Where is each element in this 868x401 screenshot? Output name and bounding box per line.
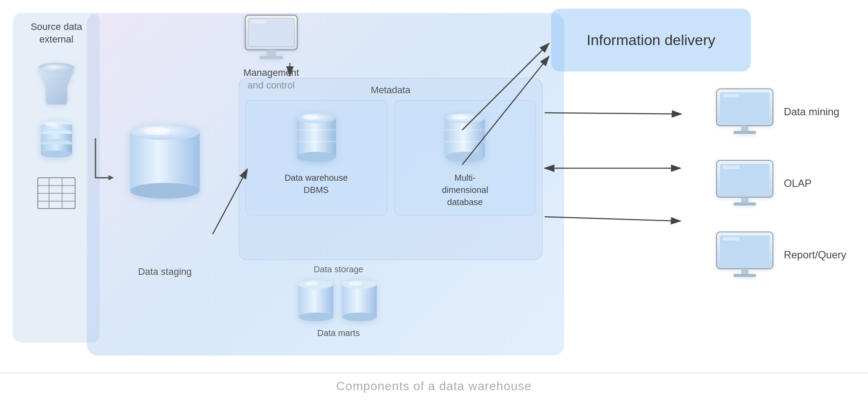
svg-line-74 <box>545 113 681 114</box>
svg-rect-22 <box>260 56 283 59</box>
svg-rect-35 <box>446 141 485 142</box>
mining-monitor-icon <box>714 87 775 137</box>
source-data-label: Source data external <box>17 21 95 46</box>
svg-rect-31 <box>446 118 485 157</box>
svg-rect-27 <box>297 130 336 130</box>
svg-rect-54 <box>741 126 748 131</box>
output-item-mining: Data mining <box>714 87 846 137</box>
metadata-inner: Data warehouse DBMS <box>245 100 536 215</box>
svg-rect-34 <box>446 130 485 130</box>
svg-point-37 <box>451 114 467 120</box>
svg-rect-66 <box>741 269 748 274</box>
svg-point-30 <box>302 114 318 120</box>
svg-marker-38 <box>108 175 114 180</box>
svg-point-32 <box>446 152 485 162</box>
info-delivery-label: Information delivery <box>587 32 716 49</box>
data-marts-label: Data marts <box>317 328 360 338</box>
olap-label: OLAP <box>784 177 812 189</box>
svg-point-10 <box>41 150 72 157</box>
svg-rect-21 <box>267 50 276 56</box>
svg-rect-61 <box>733 202 756 205</box>
multidim-label: Multi- dimensional database <box>442 172 488 208</box>
svg-point-48 <box>342 313 377 321</box>
svg-point-25 <box>297 152 336 162</box>
svg-rect-60 <box>741 197 748 202</box>
svg-rect-23 <box>251 20 266 23</box>
warehouse-label: Data warehouse DBMS <box>285 172 348 196</box>
staging-area: Data staging <box>108 95 221 277</box>
metadata-label: Metadata <box>245 85 536 96</box>
svg-rect-39 <box>130 132 200 191</box>
svg-point-1 <box>38 63 75 73</box>
svg-rect-28 <box>297 141 336 142</box>
multidim-cell: Multi- dimensional database <box>394 100 536 215</box>
table-grid-icon <box>37 177 76 211</box>
data-warehouse-cell: Data warehouse DBMS <box>245 100 387 215</box>
report-label: Report/Query <box>784 249 846 261</box>
svg-line-76 <box>545 217 681 221</box>
output-section: Data mining OLAP <box>714 87 846 280</box>
svg-point-50 <box>349 281 362 286</box>
metadata-box: Metadata <box>239 78 542 260</box>
source-db-small <box>35 121 78 164</box>
svg-rect-62 <box>723 166 740 169</box>
svg-rect-67 <box>733 274 756 277</box>
mining-label: Data mining <box>784 106 839 118</box>
olap-monitor-icon <box>714 158 775 208</box>
svg-rect-24 <box>297 118 336 157</box>
svg-rect-47 <box>342 284 377 317</box>
report-monitor-icon <box>714 230 775 280</box>
source-to-staging-arrow <box>87 130 122 195</box>
svg-rect-55 <box>733 131 756 134</box>
data-storage-section: Data storage Data marts <box>295 264 382 338</box>
svg-point-44 <box>299 313 333 321</box>
bottom-label: Components of a data warehouse <box>0 373 868 393</box>
svg-rect-56 <box>723 94 740 98</box>
output-item-olap: OLAP <box>714 158 846 208</box>
svg-point-11 <box>45 123 57 126</box>
management-monitor-icon <box>243 13 299 61</box>
svg-rect-43 <box>299 284 333 317</box>
staging-label: Data staging <box>108 266 221 277</box>
svg-point-46 <box>305 281 318 286</box>
svg-point-40 <box>130 183 200 199</box>
info-delivery-box: Information delivery <box>551 9 751 72</box>
output-item-report: Report/Query <box>714 230 846 280</box>
svg-rect-68 <box>723 237 740 241</box>
main-container: Source data external <box>0 0 868 401</box>
funnel-icon <box>37 63 76 108</box>
svg-point-42 <box>143 127 169 135</box>
data-storage-label: Data storage <box>314 264 364 274</box>
